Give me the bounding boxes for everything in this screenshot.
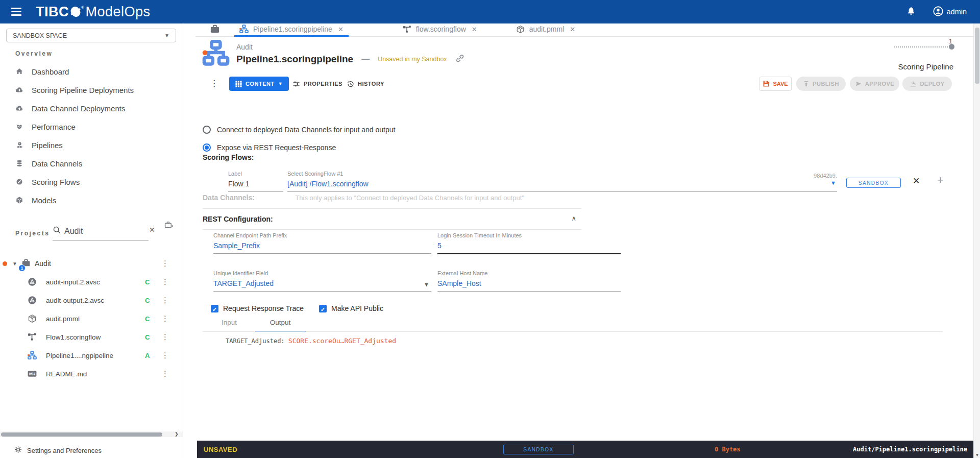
make-api-public-option[interactable]: Make API Public [319,304,383,312]
link-icon[interactable] [455,54,464,65]
row-menu-icon[interactable]: ⋮ [161,332,169,342]
row-menu-icon[interactable]: ⋮ [161,351,169,360]
sidebar-item-scoring-flows[interactable]: Scoring Flows [0,173,183,191]
field-input[interactable]: 5 [437,242,621,250]
sidebar-item-data-channel-deployments[interactable]: Data Channel Deployments [0,99,183,117]
approve-button[interactable]: APPROVE [850,77,899,91]
tree-file-audit-pmml[interactable]: audit.pmml C ⋮ [0,309,183,328]
sidebar-item-models[interactable]: Models [0,191,183,209]
radio-option-1[interactable]: Expose via REST Request-Response [203,141,395,154]
field-input[interactable]: SAmple_Host [437,279,621,287]
tab-2[interactable]: flow.scoringflow ✕ [398,23,482,37]
close-tab-icon[interactable]: ✕ [570,26,575,33]
row-menu-icon[interactable]: ⋮ [161,296,169,305]
field-input[interactable]: Sample_Prefix [213,242,431,250]
svg-text:M↓: M↓ [29,372,36,376]
version-dot-icon[interactable] [949,44,954,50]
radio-icon [203,126,211,134]
project-search-input[interactable]: Audit [64,227,83,236]
project-name: Audit [35,259,51,268]
scroll-right-arrow-icon[interactable]: ❯ [175,431,179,437]
row-menu-icon[interactable]: ⋮ [161,314,169,323]
chevron-down-icon[interactable]: ▼ [424,281,429,287]
tree-file-audit-output[interactable]: audit-output.2.avsc C ⋮ [0,291,183,309]
radio-option-0[interactable]: Connect to deployed Data Channels for in… [203,124,395,136]
field-unique-identifier[interactable]: Unique Identifier Field TARGET_Adjusted … [213,270,431,292]
row-menu-icon[interactable]: ⋮ [161,277,169,286]
row-menu-icon[interactable]: ⋮ [161,369,169,378]
tree-file-pipeline1[interactable]: Pipeline1....ngpipeline A ⋮ [0,346,183,365]
field-underline [228,191,283,192]
topbar-right: admin [906,6,980,18]
tree-file-readme[interactable]: M↓ README.md ⋮ [0,365,183,383]
tab-label: flow.scoringflow [416,25,466,33]
field-login-session-timeout[interactable]: Login Session Timeout In Minutes 5 [437,232,621,254]
tab-1[interactable]: Pipeline1.scoringpipeline ✕ [234,23,349,37]
scoringflow-file-icon [28,332,37,344]
scoringflow-select-field[interactable]: Select ScoringFlow #1 [Audit] /Flow1.sco… [287,171,837,192]
sidebar-item-performance[interactable]: Performance [0,117,183,136]
tree-project-audit[interactable]: ▼ 1 Audit ⋮ [0,254,183,273]
scrollbar-thumb[interactable] [975,28,979,84]
project-badge: 1 [18,264,26,272]
sidebar-item-label: Data Channels [32,159,82,168]
sidebar-item-pipelines[interactable]: Pipelines [0,136,183,154]
hamburger-menu-icon[interactable] [11,8,21,16]
io-tab-0[interactable]: Input [204,317,255,332]
tree-file-audit-input[interactable]: audit-input.2.avsc C ⋮ [0,273,183,291]
chevron-down-icon[interactable]: ▼ [12,261,17,267]
flow-label-field[interactable]: Label Flow 1 [228,171,283,192]
field-select-value[interactable]: TARGET_Adjusted [213,279,431,287]
publish-button[interactable]: PUBLISH [796,77,846,91]
file-status: C [145,297,150,304]
publish-up-icon [803,81,810,87]
sidebar-item-dashboard[interactable]: Dashboard [0,62,183,81]
add-project-icon[interactable] [164,221,173,231]
vertical-scrollbar[interactable]: ▼ [973,23,980,458]
add-flow-icon[interactable]: + [937,174,944,187]
version-widget[interactable]: 1 [894,38,953,47]
mapping-key: TARGET_Adjusted: [226,338,285,345]
sidebar-horizontal-scrollbar[interactable]: ❯ [0,431,183,437]
gauge-icon [15,178,23,186]
space-selector[interactable]: SANDBOX SPACE ▼ [6,29,176,42]
checkbox-1[interactable] [319,305,327,312]
deploy-button[interactable]: DEPLOY [902,77,952,91]
rest-checkboxes: Request Response Trace Make API Public [211,304,383,312]
page-title: Pipeline1.scoringpipeline [236,54,353,65]
history-button[interactable]: HISTORY [347,77,384,91]
properties-button[interactable]: PROPERTIES [292,77,342,91]
flow-label-input[interactable]: Flow 1 [228,180,283,188]
tab-3[interactable]: audit.pmml ✕ [511,23,580,37]
content-button[interactable]: CONTENT ▼ [229,77,289,91]
field-label: Channel Endpoint Path Prefix [213,232,431,238]
row-menu-icon[interactable]: ⋮ [161,259,169,268]
close-tab-icon[interactable]: ✕ [472,26,477,33]
scrollbar-thumb[interactable] [1,432,162,437]
scoringflow-select-value[interactable]: [Audit] /Flow1.scoringflow [287,180,837,188]
more-options-icon[interactable]: ⋮ [210,78,218,89]
save-button[interactable]: SAVE [759,77,792,91]
notifications-bell-icon[interactable] [906,6,916,17]
checkbox-0[interactable] [211,305,218,312]
tab-0[interactable] [203,23,227,37]
request-response-trace-option[interactable]: Request Response Trace [211,304,304,312]
sidebar-item-scoring-pipeline-deployments[interactable]: Scoring Pipeline Deployments [0,81,183,99]
scroll-down-arrow-icon[interactable]: ▼ [974,453,980,457]
mapping-value[interactable]: SCORE.scoreOu…RGET_Adjusted [288,337,396,345]
close-tab-icon[interactable]: ✕ [338,26,344,33]
field-channel-endpoint-path-prefix[interactable]: Channel Endpoint Path Prefix Sample_Pref… [213,232,431,254]
io-tab-1[interactable]: Output [255,317,306,332]
user-menu[interactable]: admin [933,6,967,18]
settings-and-preferences[interactable]: Settings and Preferences [0,443,183,457]
tree-file-flow1[interactable]: Flow1.scoringflow C ⋮ [0,328,183,346]
sidebar-item-data-channels[interactable]: Data Channels [0,154,183,173]
clear-search-icon[interactable]: ✕ [149,226,155,234]
divider [203,208,581,209]
remove-flow-icon[interactable]: ✕ [913,176,920,186]
chevron-down-icon[interactable]: ▼ [830,180,836,186]
collapse-chevron-icon[interactable]: ∧ [571,214,576,222]
gear-icon [14,446,22,455]
file-name: README.md [46,370,87,378]
field-external-host-name[interactable]: External Host Name SAmple_Host [437,270,621,292]
